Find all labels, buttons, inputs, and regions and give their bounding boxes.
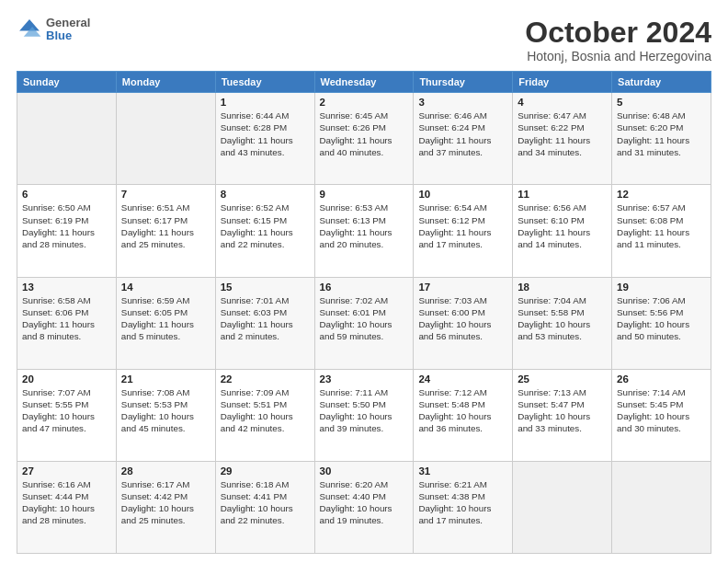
cell-info: Sunrise: 6:17 AMSunset: 4:42 PMDaylight:… (121, 478, 210, 527)
weekday-header-saturday: Saturday (612, 72, 711, 93)
cell-info: Sunrise: 6:44 AMSunset: 6:28 PMDaylight:… (221, 109, 310, 158)
week-row-0: 1Sunrise: 6:44 AMSunset: 6:28 PMDaylight… (17, 93, 711, 185)
calendar-cell: 15Sunrise: 7:01 AMSunset: 6:03 PMDayligh… (215, 277, 314, 369)
calendar-cell: 7Sunrise: 6:51 AMSunset: 6:17 PMDaylight… (116, 185, 215, 277)
calendar-cell: 23Sunrise: 7:11 AMSunset: 5:50 PMDayligh… (314, 369, 414, 461)
cell-day-number: 30 (320, 465, 409, 477)
calendar-cell: 24Sunrise: 7:12 AMSunset: 5:48 PMDayligh… (414, 369, 513, 461)
cell-day-number: 19 (617, 282, 706, 293)
cell-day-number: 11 (518, 189, 607, 200)
cell-day-number: 17 (418, 282, 507, 293)
cell-info: Sunrise: 6:54 AMSunset: 6:12 PMDaylight:… (418, 201, 507, 250)
calendar-cell: 30Sunrise: 6:20 AMSunset: 4:40 PMDayligh… (314, 461, 414, 553)
cell-day-number: 18 (518, 282, 607, 293)
calendar-cell: 6Sunrise: 6:50 AMSunset: 6:19 PMDaylight… (17, 185, 117, 277)
cell-day-number: 6 (22, 189, 111, 200)
cell-info: Sunrise: 7:08 AMSunset: 5:53 PMDaylight:… (121, 386, 210, 435)
cell-info: Sunrise: 7:09 AMSunset: 5:51 PMDaylight:… (221, 386, 310, 435)
calendar-cell: 21Sunrise: 7:08 AMSunset: 5:53 PMDayligh… (116, 369, 215, 461)
cell-info: Sunrise: 7:13 AMSunset: 5:47 PMDaylight:… (518, 386, 607, 435)
cell-day-number: 16 (320, 282, 409, 293)
cell-info: Sunrise: 6:59 AMSunset: 6:05 PMDaylight:… (121, 294, 210, 343)
calendar-cell: 4Sunrise: 6:47 AMSunset: 6:22 PMDaylight… (513, 93, 612, 185)
calendar-cell: 10Sunrise: 6:54 AMSunset: 6:12 PMDayligh… (414, 185, 513, 277)
cell-info: Sunrise: 6:48 AMSunset: 6:20 PMDaylight:… (617, 109, 706, 158)
calendar-header: SundayMondayTuesdayWednesdayThursdayFrid… (17, 72, 711, 93)
calendar-cell: 1Sunrise: 6:44 AMSunset: 6:28 PMDaylight… (215, 93, 314, 185)
cell-day-number: 21 (121, 373, 210, 385)
cell-day-number: 20 (22, 373, 111, 385)
cell-day-number: 23 (320, 373, 409, 385)
weekday-header-sunday: Sunday (17, 72, 117, 93)
cell-info: Sunrise: 6:51 AMSunset: 6:17 PMDaylight:… (121, 201, 210, 250)
cell-day-number: 25 (518, 373, 607, 385)
cell-day-number: 1 (221, 97, 310, 108)
cell-day-number: 31 (418, 465, 507, 477)
logo-blue-text: Blue (46, 29, 90, 42)
cell-day-number: 27 (22, 465, 111, 477)
title-location: Hotonj, Bosnia and Herzegovina (525, 49, 711, 63)
calendar-cell: 3Sunrise: 6:46 AMSunset: 6:24 PMDaylight… (414, 93, 513, 185)
header: General Blue October 2024 Hotonj, Bosnia… (17, 17, 711, 63)
calendar-cell: 18Sunrise: 7:04 AMSunset: 5:58 PMDayligh… (513, 277, 612, 369)
svg-marker-0 (19, 19, 40, 30)
cell-info: Sunrise: 6:47 AMSunset: 6:22 PMDaylight:… (518, 109, 607, 158)
calendar-cell: 13Sunrise: 6:58 AMSunset: 6:06 PMDayligh… (17, 277, 117, 369)
calendar-cell: 9Sunrise: 6:53 AMSunset: 6:13 PMDaylight… (314, 185, 414, 277)
cell-day-number: 22 (221, 373, 310, 385)
weekday-header-wednesday: Wednesday (314, 72, 414, 93)
cell-info: Sunrise: 7:01 AMSunset: 6:03 PMDaylight:… (221, 294, 310, 343)
logo: General Blue (17, 17, 90, 43)
cell-info: Sunrise: 6:53 AMSunset: 6:13 PMDaylight:… (320, 201, 409, 250)
cell-info: Sunrise: 7:03 AMSunset: 6:00 PMDaylight:… (418, 294, 507, 343)
title-month: October 2024 (525, 17, 711, 49)
cell-day-number: 2 (320, 97, 409, 108)
calendar-cell: 12Sunrise: 6:57 AMSunset: 6:08 PMDayligh… (612, 185, 711, 277)
cell-info: Sunrise: 6:58 AMSunset: 6:06 PMDaylight:… (22, 294, 111, 343)
calendar-cell: 5Sunrise: 6:48 AMSunset: 6:20 PMDaylight… (612, 93, 711, 185)
logo-text: General Blue (46, 17, 90, 43)
cell-info: Sunrise: 6:46 AMSunset: 6:24 PMDaylight:… (418, 109, 507, 158)
calendar-cell: 29Sunrise: 6:18 AMSunset: 4:41 PMDayligh… (215, 461, 314, 553)
calendar-cell: 8Sunrise: 6:52 AMSunset: 6:15 PMDaylight… (215, 185, 314, 277)
cell-info: Sunrise: 6:50 AMSunset: 6:19 PMDaylight:… (22, 201, 111, 250)
cell-day-number: 13 (22, 282, 111, 293)
cell-day-number: 24 (418, 373, 507, 385)
calendar-cell: 20Sunrise: 7:07 AMSunset: 5:55 PMDayligh… (17, 369, 117, 461)
logo-general-text: General (46, 17, 90, 29)
calendar-cell: 26Sunrise: 7:14 AMSunset: 5:45 PMDayligh… (612, 369, 711, 461)
page: General Blue October 2024 Hotonj, Bosnia… (0, 0, 728, 563)
week-row-1: 6Sunrise: 6:50 AMSunset: 6:19 PMDaylight… (17, 185, 711, 277)
cell-day-number: 29 (221, 465, 310, 477)
cell-day-number: 8 (221, 189, 310, 200)
calendar-cell: 25Sunrise: 7:13 AMSunset: 5:47 PMDayligh… (513, 369, 612, 461)
cell-day-number: 5 (617, 97, 706, 108)
title-block: October 2024 Hotonj, Bosnia and Herzegov… (525, 17, 711, 63)
weekday-header-tuesday: Tuesday (215, 72, 314, 93)
calendar-body: 1Sunrise: 6:44 AMSunset: 6:28 PMDaylight… (17, 93, 711, 554)
week-row-4: 27Sunrise: 6:16 AMSunset: 4:44 PMDayligh… (17, 461, 711, 553)
calendar-cell: 31Sunrise: 6:21 AMSunset: 4:38 PMDayligh… (414, 461, 513, 553)
cell-day-number: 26 (617, 373, 706, 385)
calendar-cell (612, 461, 711, 553)
calendar-table: SundayMondayTuesdayWednesdayThursdayFrid… (17, 71, 711, 554)
cell-day-number: 15 (221, 282, 310, 293)
cell-info: Sunrise: 7:12 AMSunset: 5:48 PMDaylight:… (418, 386, 507, 435)
cell-info: Sunrise: 6:57 AMSunset: 6:08 PMDaylight:… (617, 201, 706, 250)
cell-day-number: 12 (617, 189, 706, 200)
weekday-row: SundayMondayTuesdayWednesdayThursdayFrid… (17, 72, 711, 93)
cell-day-number: 10 (418, 189, 507, 200)
calendar-cell: 16Sunrise: 7:02 AMSunset: 6:01 PMDayligh… (314, 277, 414, 369)
week-row-3: 20Sunrise: 7:07 AMSunset: 5:55 PMDayligh… (17, 369, 711, 461)
calendar-cell: 14Sunrise: 6:59 AMSunset: 6:05 PMDayligh… (116, 277, 215, 369)
cell-info: Sunrise: 6:21 AMSunset: 4:38 PMDaylight:… (418, 478, 507, 527)
weekday-header-thursday: Thursday (414, 72, 513, 93)
cell-info: Sunrise: 7:11 AMSunset: 5:50 PMDaylight:… (320, 386, 409, 435)
cell-info: Sunrise: 7:04 AMSunset: 5:58 PMDaylight:… (518, 294, 607, 343)
cell-info: Sunrise: 6:56 AMSunset: 6:10 PMDaylight:… (518, 201, 607, 250)
calendar-cell: 11Sunrise: 6:56 AMSunset: 6:10 PMDayligh… (513, 185, 612, 277)
cell-info: Sunrise: 6:20 AMSunset: 4:40 PMDaylight:… (320, 478, 409, 527)
cell-day-number: 3 (418, 97, 507, 108)
cell-day-number: 9 (320, 189, 409, 200)
calendar-cell: 22Sunrise: 7:09 AMSunset: 5:51 PMDayligh… (215, 369, 314, 461)
